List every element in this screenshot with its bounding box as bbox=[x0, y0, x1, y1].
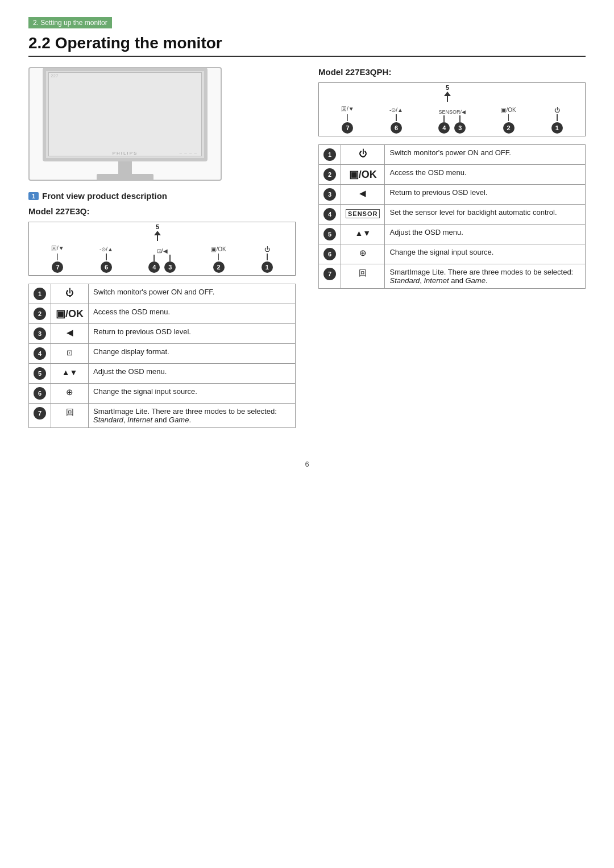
power-icon: ⏻ bbox=[65, 288, 74, 297]
model-left-label: Model 227E3Q: bbox=[28, 206, 296, 216]
left-column: PHILIPS – – – – 227 1 Front view product… bbox=[28, 67, 296, 437]
updown-icon-right: ▲▼ bbox=[355, 229, 371, 238]
feature-table-left: 1 ⏻ Switch monitor's power ON and OFF. 2… bbox=[28, 284, 296, 428]
desc-4-right: Set the sensor level for backlight autom… bbox=[385, 205, 586, 225]
desc-3-right: Return to previous OSD level. bbox=[385, 185, 586, 205]
updown-icon: ▲▼ bbox=[62, 368, 78, 377]
desc-1-right: Switch monitor's power ON and OFF. bbox=[385, 145, 586, 165]
diag-btn-1: ⏻ 1 bbox=[262, 246, 273, 273]
input-icon-right: ⊕ bbox=[359, 248, 367, 258]
diag-btn-1-right: ⏻ 1 bbox=[551, 107, 563, 134]
table-row: 1 ⏻ Switch monitor's power ON and OFF. bbox=[29, 284, 296, 304]
desc-7-left: SmartImage Lite. There are three modes t… bbox=[89, 404, 296, 428]
table-row: 3 ◀ Return to previous OSD level. bbox=[319, 185, 586, 205]
diag-btn-7-right: 回/▼ 7 bbox=[341, 105, 354, 134]
diag-btn-7: 回/▼ 7 bbox=[51, 244, 64, 273]
sensor-icon: SENSOR bbox=[346, 209, 380, 218]
diag-bottom-row-right: 回/▼ 7 -⊙/▲ 6 SENSOR/◀ bbox=[319, 105, 585, 134]
input-icon: ⊕ bbox=[66, 387, 73, 397]
right-column: Model 227E3QPH: 5 回/▼ 7 bbox=[318, 67, 586, 298]
diagram-left: 5 回/▼ 7 -⊙/▲ 6 bbox=[28, 222, 296, 276]
table-row: 5 ▲▼ Adjust the OSD menu. bbox=[29, 364, 296, 384]
monitor-size-label: 227 bbox=[51, 73, 58, 78]
desc-5-right: Adjust the OSD menu. bbox=[385, 225, 586, 244]
table-row: 1 ⏻ Switch monitor's power ON and OFF. bbox=[319, 145, 586, 165]
desc-6-right: Change the signal input source. bbox=[385, 244, 586, 264]
table-row: 4 ⊡ Change display format. bbox=[29, 344, 296, 364]
section-number: 2.2 bbox=[28, 34, 51, 52]
page-number: 6 bbox=[28, 460, 586, 468]
diag-arrow-5-right: 5 bbox=[444, 84, 451, 102]
desc-2-left: Access the OSD menu. bbox=[89, 304, 296, 324]
table-row: 5 ▲▼ Adjust the OSD menu. bbox=[319, 225, 586, 244]
back-icon: ◀ bbox=[67, 327, 73, 337]
desc-4-left: Change display format. bbox=[89, 344, 296, 364]
monitor-brand: PHILIPS bbox=[113, 151, 138, 156]
diag-arrow-5: 5 bbox=[154, 223, 161, 241]
display-icon: ⊡ bbox=[67, 348, 73, 357]
power-icon-right: ⏻ bbox=[359, 148, 367, 158]
diagram-right: 5 回/▼ 7 -⊙/▲ 6 bbox=[318, 82, 586, 136]
section-title: 2.2 Operating the monitor bbox=[28, 34, 586, 57]
diag-btn-6: -⊙/▲ 6 bbox=[99, 246, 113, 273]
table-row: 3 ◀ Return to previous OSD level. bbox=[29, 324, 296, 344]
diag-btn-2: ▣/OK 2 bbox=[211, 246, 226, 273]
back-icon-right: ◀ bbox=[359, 188, 366, 198]
ok-icon-right: ▣/OK bbox=[349, 169, 377, 180]
smart-icon: 回 bbox=[66, 408, 74, 417]
table-row: 2 ▣/OK Access the OSD menu. bbox=[319, 165, 586, 185]
desc-1-left: Switch monitor's power ON and OFF. bbox=[89, 284, 296, 304]
num-5-label-right: 5 bbox=[446, 84, 449, 91]
diag-btn-6-right: -⊙/▲ 6 bbox=[389, 107, 403, 134]
front-view-number: 1 bbox=[28, 192, 39, 200]
section-title-main: Operating the monitor bbox=[55, 34, 222, 52]
desc-7-right: SmartImage Lite. There are three modes t… bbox=[385, 264, 586, 289]
desc-5-left: Adjust the OSD menu. bbox=[89, 364, 296, 384]
table-row: 6 ⊕ Change the signal input source. bbox=[319, 244, 586, 264]
diag-bottom-row-left: 回/▼ 7 -⊙/▲ 6 ⊡/◀ bbox=[29, 244, 295, 273]
two-column-layout: PHILIPS – – – – 227 1 Front view product… bbox=[28, 67, 586, 437]
table-row: 6 ⊕ Change the signal input source. bbox=[29, 384, 296, 404]
feature-table-right: 1 ⏻ Switch monitor's power ON and OFF. 2… bbox=[318, 144, 586, 289]
table-row: 4 SENSOR Set the sensor level for backli… bbox=[319, 205, 586, 225]
table-row: 7 回 SmartImage Lite. There are three mod… bbox=[29, 404, 296, 428]
diag-btn-2-right: ▣/OK 2 bbox=[501, 107, 516, 134]
monitor-illustration: PHILIPS – – – – 227 bbox=[28, 67, 222, 181]
table-row: 7 回 SmartImage Lite. There are three mod… bbox=[319, 264, 586, 289]
smart-icon-right: 回 bbox=[359, 268, 367, 277]
table-row: 2 ▣/OK Access the OSD menu. bbox=[29, 304, 296, 324]
front-view-label: 1 Front view product description bbox=[28, 191, 296, 201]
num-5-label: 5 bbox=[156, 223, 159, 230]
front-view-text: Front view product description bbox=[42, 191, 167, 201]
desc-2-right: Access the OSD menu. bbox=[385, 165, 586, 185]
model-right-label: Model 227E3QPH: bbox=[318, 67, 586, 77]
desc-3-left: Return to previous OSD level. bbox=[89, 324, 296, 344]
page-wrapper: 2. Setting up the monitor 2.2 Operating … bbox=[0, 0, 614, 868]
diag-btn-43-right: SENSOR/◀ 4 3 bbox=[438, 109, 466, 134]
diag-btn-43: ⊡/◀ 4 3 bbox=[148, 248, 176, 273]
breadcrumb: 2. Setting up the monitor bbox=[28, 17, 112, 28]
ok-icon: ▣/OK bbox=[56, 308, 84, 319]
monitor-dots: – – – – bbox=[180, 151, 197, 156]
desc-6-left: Change the signal input source. bbox=[89, 384, 296, 404]
